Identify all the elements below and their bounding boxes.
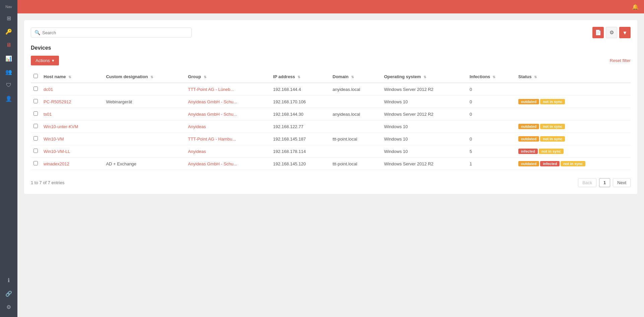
reset-filter-link[interactable]: Reset filter <box>610 56 631 66</box>
users-icon[interactable]: 👥 <box>3 66 15 78</box>
back-button[interactable]: Back <box>578 178 596 187</box>
search-input[interactable] <box>42 30 188 35</box>
group-link[interactable]: Anyideas <box>188 149 206 154</box>
hostname-link[interactable]: Win10-VM <box>44 137 64 142</box>
sort-custom-icon[interactable]: ⇅ <box>150 75 153 79</box>
cell-custom-designation <box>103 133 185 145</box>
sort-hostname-icon[interactable]: ⇅ <box>68 75 71 79</box>
cell-status <box>516 108 631 120</box>
group-link[interactable]: TTT-Point AG - Lüneb... <box>188 87 234 92</box>
nav-label: Nav <box>0 0 17 12</box>
cell-os: Windows Server 2012 R2 <box>381 158 467 170</box>
sort-os-icon[interactable]: ⇅ <box>424 75 426 79</box>
hostname-link[interactable]: Win10-VM-LL <box>44 149 70 154</box>
hostname-link[interactable]: Win10-unter-KVM <box>44 124 78 129</box>
cell-os: Windows Server 2012 R2 <box>381 83 467 96</box>
table-row: ts01Anyideas GmbH - Schu...192.168.144.3… <box>31 108 631 120</box>
page-1-button[interactable]: 1 <box>599 178 610 187</box>
cell-hostname: winadex2012 <box>41 158 103 170</box>
row-checkbox[interactable] <box>34 124 38 128</box>
row-checkbox[interactable] <box>34 136 38 141</box>
link-icon[interactable]: 🔗 <box>3 287 15 300</box>
hostname-link[interactable]: ts01 <box>44 112 52 117</box>
export-button[interactable]: 📄 <box>592 27 604 38</box>
col-ip: IP address ⇅ <box>270 70 330 83</box>
row-checkbox[interactable] <box>34 149 38 153</box>
filter-button[interactable]: ▼ <box>619 27 631 38</box>
table-row: winadex2012AD + ExchangeAnyideas GmbH - … <box>31 158 631 170</box>
row-checkbox[interactable] <box>34 99 38 103</box>
select-all-checkbox[interactable] <box>34 74 38 78</box>
key-icon[interactable]: 🔑 <box>3 25 15 38</box>
cell-hostname: Win10-VM <box>41 133 103 145</box>
row-checkbox[interactable] <box>34 87 38 91</box>
cell-ip: 192.168.144.4 <box>270 83 330 96</box>
status-badge: outdated <box>518 136 539 142</box>
cell-ip: 192.168.170.106 <box>270 96 330 108</box>
col-os: Operating system ⇅ <box>381 70 467 83</box>
analytics-icon[interactable]: 📊 <box>3 52 15 64</box>
row-checkbox-cell <box>31 145 41 158</box>
cell-hostname: PC-R5052912 <box>41 96 103 108</box>
group-link[interactable]: Anyideas GmbH - Schu... <box>188 99 237 104</box>
hostname-link[interactable]: dc01 <box>44 87 53 92</box>
status-badge: infected <box>540 161 560 166</box>
cell-os: Windows Server 2012 R2 <box>381 108 467 120</box>
cell-domain <box>330 120 382 133</box>
shield-icon[interactable]: 🛡 <box>3 79 15 91</box>
cell-status: infectednot in sync <box>516 145 631 158</box>
actions-label: Actions <box>36 58 50 63</box>
row-checkbox[interactable] <box>34 111 38 116</box>
next-button[interactable]: Next <box>613 178 631 187</box>
actions-chevron-icon: ▾ <box>52 58 54 63</box>
entries-info: 1 to 7 of 7 entries <box>31 180 64 185</box>
cell-ip: 192.168.122.77 <box>270 120 330 133</box>
group-link[interactable]: Anyideas <box>188 124 206 129</box>
cell-group: Anyideas GmbH - Schu... <box>185 108 270 120</box>
group-link[interactable]: Anyideas GmbH - Schu... <box>188 161 237 166</box>
group-link[interactable]: TTT-Point AG - Hambu... <box>188 137 236 142</box>
row-checkbox-cell <box>31 133 41 145</box>
group-link[interactable]: Anyideas GmbH - Schu... <box>188 112 237 117</box>
status-badge: outdated <box>518 124 539 129</box>
devices-table: Host name ⇅ Custom designation ⇅ Group ⇅ <box>31 70 631 170</box>
content-area: 🔍 📄 ⚙ ▼ Devices <box>17 13 644 317</box>
dashboard-icon[interactable]: ⊞ <box>3 12 15 24</box>
cell-os: Windows 10 <box>381 96 467 108</box>
cell-domain: ttt-point.local <box>330 158 382 170</box>
cell-infections: 5 <box>467 145 515 158</box>
bell-icon[interactable]: 🔔 <box>632 4 639 10</box>
actions-button[interactable]: Actions ▾ <box>31 56 59 65</box>
row-checkbox-cell <box>31 120 41 133</box>
cell-os: Windows 10 <box>381 133 467 145</box>
status-badge: not in sync <box>539 149 564 154</box>
monitor-icon[interactable]: 🖥 <box>3 39 15 51</box>
sidebar: Nav ⊞ 🔑 🖥 📊 👥 🛡 👤 ℹ 🔗 ⚙ <box>0 0 17 317</box>
search-wrapper: 🔍 <box>31 28 192 38</box>
table-row: dc01TTT-Point AG - Lüneb...192.168.144.4… <box>31 83 631 96</box>
gear-icon[interactable]: ⚙ <box>3 301 15 313</box>
cell-infections: 0 <box>467 133 515 145</box>
table-row: PC-R5052912WebinargerätAnyideas GmbH - S… <box>31 96 631 108</box>
header-checkbox-cell <box>31 70 41 83</box>
hostname-link[interactable]: winadex2012 <box>44 161 69 166</box>
sort-group-icon[interactable]: ⇅ <box>204 75 206 79</box>
row-checkbox-cell <box>31 158 41 170</box>
info-icon[interactable]: ℹ <box>3 274 15 286</box>
cell-infections: 0 <box>467 108 515 120</box>
table-footer: 1 to 7 of 7 entries Back 1 Next <box>31 175 631 187</box>
sort-domain-icon[interactable]: ⇅ <box>351 75 354 79</box>
col-domain: Domain ⇅ <box>330 70 382 83</box>
row-checkbox[interactable] <box>34 161 38 165</box>
sort-infections-icon[interactable]: ⇅ <box>493 75 495 79</box>
cell-ip: 192.168.144.30 <box>270 108 330 120</box>
cell-ip: 192.168.178.114 <box>270 145 330 158</box>
sort-status-icon[interactable]: ⇅ <box>534 75 537 79</box>
sort-ip-icon[interactable]: ⇅ <box>298 75 300 79</box>
cell-domain <box>330 145 382 158</box>
columns-settings-button[interactable]: ⚙ <box>606 27 617 38</box>
status-badge: not in sync <box>540 99 565 104</box>
person-icon[interactable]: 👤 <box>3 93 15 105</box>
hostname-link[interactable]: PC-R5052912 <box>44 99 71 104</box>
main-area: 🔔 🔍 📄 ⚙ ▼ <box>17 0 644 317</box>
